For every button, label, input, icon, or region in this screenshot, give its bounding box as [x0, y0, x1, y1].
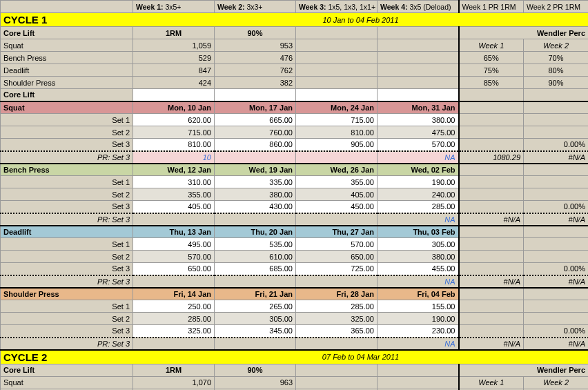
- set-value[interactable]: 380.00: [215, 188, 296, 201]
- pr1-header: Week 1 PR 1RM: [459, 1, 524, 13]
- set-value[interactable]: 535.00: [215, 238, 296, 251]
- set-label: Set 2: [1, 251, 133, 263]
- week3-label: Week 3:: [299, 3, 326, 11]
- set-value[interactable]: 380.00: [378, 114, 459, 126]
- set-pr2: [524, 188, 589, 201]
- exercise-header: Shoulder PressFri, 14 JanFri, 21 JanFri,…: [1, 288, 589, 300]
- set-value[interactable]: 285.00: [378, 201, 459, 213]
- set-row: Set 2715.00760.00810.00475.00: [1, 126, 589, 139]
- set-value[interactable]: 285.00: [296, 300, 378, 313]
- set-value[interactable]: 190.00: [378, 176, 459, 188]
- set-value[interactable]: 365.00: [296, 325, 378, 338]
- set-value[interactable]: 405.00: [133, 201, 215, 213]
- set-value[interactable]: 405.00: [296, 188, 378, 201]
- cycle1-lift-shoulder: Shoulder Press 424 382 85% 90%: [1, 77, 589, 89]
- set-value[interactable]: 380.00: [378, 251, 459, 263]
- set-value[interactable]: 620.00: [133, 114, 215, 126]
- pr-week1: #N/A: [459, 213, 524, 226]
- set-value[interactable]: 725.00: [296, 263, 378, 275]
- set-value[interactable]: 650.00: [133, 263, 215, 275]
- exercise-date: Thu, 20 Jan: [215, 226, 296, 238]
- pr-v1[interactable]: [133, 338, 215, 350]
- cycle1-lift-deadlift: Deadlift 847 762 75% 80%: [1, 64, 589, 77]
- cycle1-lift-bench: Bench Press 529 476 65% 70%: [1, 52, 589, 64]
- set-value[interactable]: 860.00: [215, 139, 296, 151]
- set-row: Set 1620.00665.00715.00380.00: [1, 114, 589, 126]
- exercise-name: Shoulder Press: [1, 288, 133, 300]
- set-value[interactable]: 355.00: [296, 176, 378, 188]
- set-value[interactable]: 230.00: [378, 325, 459, 338]
- set-value[interactable]: 650.00: [296, 251, 378, 263]
- exercise-name: Deadlift: [1, 226, 133, 238]
- set-value[interactable]: 570.00: [378, 139, 459, 151]
- cycle1-title: CYCLE 1: [1, 13, 133, 27]
- set-row: Set 2570.00610.00650.00380.00: [1, 251, 589, 263]
- exercise-date: Thu, 13 Jan: [133, 226, 215, 238]
- set-value[interactable]: 715.00: [296, 114, 378, 126]
- set-value[interactable]: 190.00: [378, 313, 459, 325]
- set-value[interactable]: 305.00: [215, 313, 296, 325]
- set-value[interactable]: 810.00: [133, 139, 215, 151]
- pr-v4[interactable]: NA: [378, 151, 459, 164]
- set-value[interactable]: 450.00: [296, 201, 378, 213]
- set-value[interactable]: 325.00: [296, 313, 378, 325]
- workout-spreadsheet: Week 1: 3x5+ Week 2: 3x3+ Week 3: 1x5, 1…: [0, 0, 588, 390]
- set-pr2: 0.00%: [524, 201, 589, 213]
- set-label: Set 2: [1, 188, 133, 201]
- set-value[interactable]: 455.00: [378, 263, 459, 275]
- pr-v1[interactable]: [133, 275, 215, 288]
- set-value[interactable]: 285.00: [133, 313, 215, 325]
- set-value[interactable]: 570.00: [133, 251, 215, 263]
- set-row: Set 3810.00860.00905.00570.000.00%: [1, 139, 589, 151]
- set-value[interactable]: 430.00: [215, 201, 296, 213]
- set-value[interactable]: 355.00: [133, 188, 215, 201]
- pr2-header: Week 2 PR 1RM: [524, 1, 589, 13]
- set-value[interactable]: 475.00: [378, 126, 459, 139]
- set-value[interactable]: 495.00: [133, 238, 215, 251]
- pr-label: PR: Set 3: [1, 213, 133, 226]
- pr-v4[interactable]: NA: [378, 213, 459, 226]
- set-row: Set 2355.00380.00405.00240.00: [1, 188, 589, 201]
- pr-v4[interactable]: NA: [378, 275, 459, 288]
- set-value[interactable]: 240.00: [378, 188, 459, 201]
- cycle2-lift-squat: Squat 1,070 963 Week 1 Week 2: [1, 376, 589, 389]
- cycle1-lift-squat: Squat 1,059 953 Week 1 Week 2: [1, 39, 589, 52]
- set-value[interactable]: 345.00: [215, 325, 296, 338]
- set-value[interactable]: 810.00: [296, 126, 378, 139]
- pr-label: PR: Set 3: [1, 275, 133, 288]
- set-value[interactable]: 310.00: [133, 176, 215, 188]
- set-value[interactable]: 715.00: [133, 126, 215, 139]
- cycle2-title: CYCLE 2: [1, 350, 133, 364]
- pr-v4[interactable]: NA: [378, 338, 459, 350]
- exercise-date: Wed, 12 Jan: [133, 164, 215, 176]
- exercise-date: Wed, 26 Jan: [296, 164, 378, 176]
- exercise-date: Fri, 14 Jan: [133, 288, 215, 300]
- set-row: Set 2285.00305.00325.00190.00: [1, 313, 589, 325]
- set-pr2: [524, 238, 589, 251]
- set-value[interactable]: 610.00: [215, 251, 296, 263]
- header-weeks: Week 1: 3x5+ Week 2: 3x3+ Week 3: 1x5, 1…: [1, 1, 589, 13]
- set-value[interactable]: 335.00: [215, 176, 296, 188]
- set-value[interactable]: 155.00: [378, 300, 459, 313]
- set-pr2: 0.00%: [524, 325, 589, 338]
- exercise-date: Fri, 28 Jan: [296, 288, 378, 300]
- set-value[interactable]: 760.00: [215, 126, 296, 139]
- cycle1-corelift-head: Core Lift 1RM 90% Wendler Perc: [1, 27, 589, 39]
- set-row: Set 1310.00335.00355.00190.00: [1, 176, 589, 188]
- set-value[interactable]: 665.00: [215, 114, 296, 126]
- set-value[interactable]: 305.00: [378, 238, 459, 251]
- set-value[interactable]: 570.00: [296, 238, 378, 251]
- exercise-date: Mon, 24 Jan: [296, 101, 378, 114]
- pr-label: PR: Set 3: [1, 338, 133, 350]
- set-pr2: [524, 251, 589, 263]
- set-label: Set 3: [1, 201, 133, 213]
- set-value[interactable]: 905.00: [296, 139, 378, 151]
- pr-label: PR: Set 3: [1, 151, 133, 164]
- set-value[interactable]: 685.00: [215, 263, 296, 275]
- set-value[interactable]: 265.00: [215, 300, 296, 313]
- pr-v1[interactable]: [133, 213, 215, 226]
- set-value[interactable]: 250.00: [133, 300, 215, 313]
- pr-v1[interactable]: 10: [133, 151, 215, 164]
- pr-week2: #N/A: [524, 338, 589, 350]
- set-value[interactable]: 325.00: [133, 325, 215, 338]
